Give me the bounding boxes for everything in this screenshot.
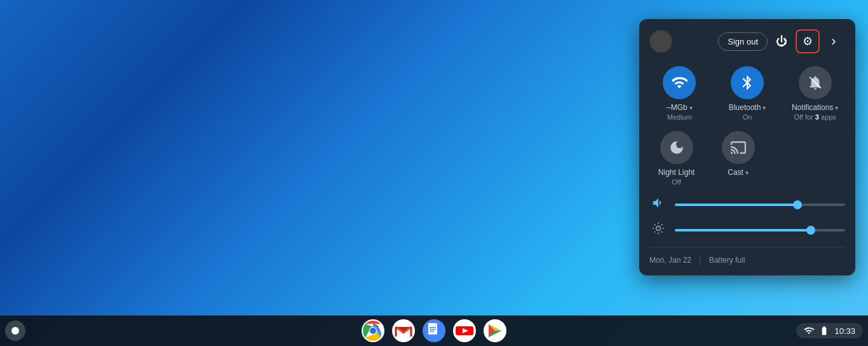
wifi-label: –MGb xyxy=(667,103,688,112)
footer-separator: | xyxy=(699,255,702,265)
quick-settings-header: Sign out ⏻ ⚙ › xyxy=(649,29,845,53)
taskbar-app-playstore[interactable] xyxy=(482,318,508,343)
brightness-slider-track[interactable] xyxy=(675,229,845,232)
settings-button[interactable]: ⚙ xyxy=(796,29,820,53)
date-label: Mon, Jan 22 xyxy=(649,256,691,265)
header-actions: Sign out ⏻ ⚙ › xyxy=(718,29,845,53)
brightness-icon xyxy=(649,222,667,238)
cast-label: Cast xyxy=(728,168,743,177)
night-light-tile-icon xyxy=(660,131,693,164)
taskbar-app-youtube[interactable] xyxy=(452,318,477,343)
brightness-slider-fill xyxy=(675,229,811,232)
svg-point-5 xyxy=(370,328,376,334)
volume-slider-fill xyxy=(675,204,797,206)
tray-wifi-icon xyxy=(804,326,814,336)
wifi-tile-icon xyxy=(663,66,696,99)
notifications-chevron-icon: ▾ xyxy=(835,104,838,111)
taskbar: 10:33 xyxy=(0,315,868,346)
cast-sublabel xyxy=(737,178,739,186)
quick-settings-panel: Sign out ⏻ ⚙ › xyxy=(639,19,855,275)
svg-rect-13 xyxy=(430,331,434,332)
launcher-dot xyxy=(11,327,19,335)
wifi-sublabel: Medium xyxy=(667,113,692,121)
bluetooth-tile-icon xyxy=(731,66,764,99)
cast-label-row: Cast ▾ xyxy=(728,168,749,177)
tiles-row-1: –MGb ▾ Medium Bluetooth ▾ On xyxy=(649,66,845,121)
cast-chevron-icon: ▾ xyxy=(745,169,749,176)
notifications-label: Notifications xyxy=(792,103,833,112)
night-light-sublabel: Off xyxy=(672,178,681,186)
tray-battery-icon xyxy=(819,326,829,336)
tiles-row-2: Night Light Off Cast ▾ xyxy=(649,131,845,186)
notifications-tile[interactable]: Notifications ▾ Off for 3 apps xyxy=(788,66,842,121)
bluetooth-chevron-icon: ▾ xyxy=(763,104,766,111)
bluetooth-label: Bluetooth xyxy=(729,103,761,112)
notifications-tile-icon xyxy=(799,66,832,99)
taskbar-app-chrome[interactable] xyxy=(360,318,386,343)
notifications-sublabel: Off for 3 apps xyxy=(794,113,836,121)
wifi-label-row: –MGb ▾ xyxy=(667,103,693,112)
night-light-label-row: Night Light xyxy=(658,168,695,177)
night-light-label: Night Light xyxy=(658,168,695,177)
desktop: Sign out ⏻ ⚙ › xyxy=(0,0,868,346)
taskbar-right: 10:33 xyxy=(796,323,863,338)
chevron-down-icon: › xyxy=(831,34,836,48)
taskbar-app-gmail[interactable] xyxy=(391,318,416,343)
taskbar-apps xyxy=(360,318,508,343)
taskbar-left xyxy=(5,321,25,341)
settings-icon: ⚙ xyxy=(803,34,813,48)
volume-slider-row xyxy=(649,196,845,213)
wifi-chevron-icon: ▾ xyxy=(689,104,693,111)
system-time: 10:33 xyxy=(834,326,855,336)
svg-rect-11 xyxy=(430,327,436,328)
svg-rect-12 xyxy=(430,329,436,330)
volume-icon xyxy=(649,196,667,213)
launcher-button[interactable] xyxy=(5,321,25,341)
quick-settings-footer: Mon, Jan 22 | Battery full xyxy=(649,247,845,265)
collapse-button[interactable]: › xyxy=(822,30,845,53)
bluetooth-label-row: Bluetooth ▾ xyxy=(729,103,766,112)
night-light-tile[interactable]: Night Light Off xyxy=(649,131,703,186)
bluetooth-sublabel: On xyxy=(743,113,752,121)
notifications-count: 3 xyxy=(815,113,819,121)
notifications-label-row: Notifications ▾ xyxy=(792,103,838,112)
brightness-slider-thumb[interactable] xyxy=(806,226,815,235)
volume-slider-track[interactable] xyxy=(675,204,845,206)
brightness-slider-row xyxy=(649,222,845,238)
power-icon: ⏻ xyxy=(776,35,787,48)
taskbar-app-docs[interactable] xyxy=(421,318,447,343)
avatar[interactable] xyxy=(649,30,672,53)
sign-out-button[interactable]: Sign out xyxy=(718,32,768,51)
power-button[interactable]: ⏻ xyxy=(770,30,793,53)
cast-tile-icon xyxy=(722,131,755,164)
system-tray[interactable]: 10:33 xyxy=(796,323,863,338)
cast-tile[interactable]: Cast ▾ xyxy=(711,131,765,186)
battery-status-label: Battery full xyxy=(709,256,745,265)
bluetooth-tile[interactable]: Bluetooth ▾ On xyxy=(720,66,774,121)
wifi-tile[interactable]: –MGb ▾ Medium xyxy=(653,66,707,121)
volume-slider-thumb[interactable] xyxy=(793,200,802,209)
